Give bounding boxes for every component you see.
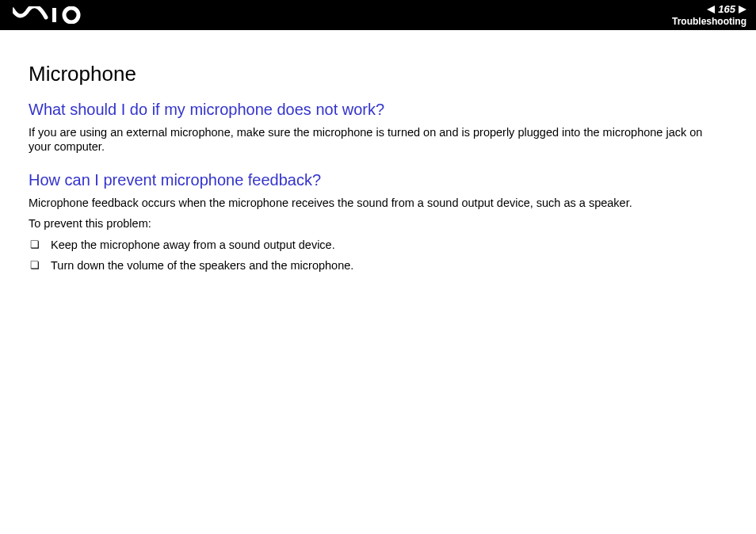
list-item-text: Turn down the volume of the speakers and… [51, 258, 353, 273]
vaio-logo [13, 6, 89, 24]
page-content: Microphone What should I do if my microp… [0, 30, 756, 273]
page-number: 165 [718, 3, 735, 16]
list-item-text: Keep the microphone away from a sound ou… [51, 238, 335, 252]
question-2-intro: Microphone feedback occurs when the micr… [29, 196, 727, 210]
question-2-prevent-label: To prevent this problem: [29, 216, 727, 231]
next-page-arrow-icon[interactable] [739, 6, 746, 13]
list-item: Turn down the volume of the speakers and… [29, 258, 727, 273]
header-right: 165 Troubleshooting [672, 3, 746, 27]
page-title: Microphone [29, 62, 727, 86]
question-2-list: Keep the microphone away from a sound ou… [29, 238, 727, 273]
list-item: Keep the microphone away from a sound ou… [29, 238, 727, 252]
page-navigation: 165 [672, 3, 746, 16]
question-1-answer: If you are using an external microphone,… [29, 125, 727, 154]
question-1-heading: What should I do if my microphone does n… [29, 101, 727, 119]
vaio-logo-svg [13, 6, 89, 24]
section-label: Troubleshooting [672, 16, 746, 27]
question-block-1: What should I do if my microphone does n… [29, 101, 727, 154]
question-block-2: How can I prevent microphone feedback? M… [29, 171, 727, 273]
svg-point-1 [64, 8, 78, 22]
question-2-heading: How can I prevent microphone feedback? [29, 171, 727, 189]
prev-page-arrow-icon[interactable] [707, 6, 715, 13]
svg-rect-0 [52, 8, 56, 22]
header-bar: 165 Troubleshooting [0, 0, 756, 30]
